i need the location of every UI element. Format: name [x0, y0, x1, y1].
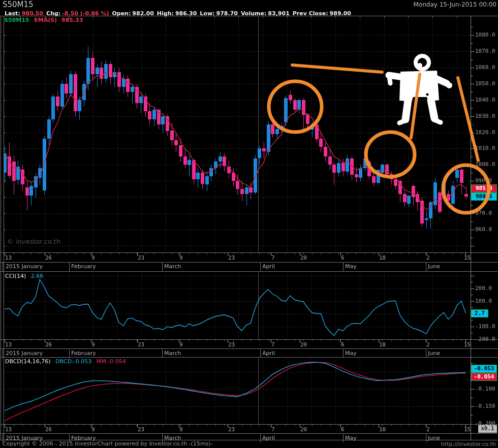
quote-stats-bar: Last:980.50Chg:-8.50 (-0.86 %)Open:982.0… [2, 8, 351, 15]
stat-label: Open: [112, 10, 131, 17]
stat-value: 986.30 [175, 10, 197, 17]
cci-label: CCI(14) [5, 273, 26, 279]
stat-value: 989.00 [330, 10, 351, 17]
watermark: © investor.co.th [7, 238, 60, 245]
stat-label: Low: [200, 10, 214, 17]
stat-value: 982.00 [132, 10, 153, 17]
dbcd-label: DBCD(14,16,76) [5, 358, 51, 365]
stat-value: 83,901 [268, 10, 289, 17]
stat-label: High: [157, 10, 174, 17]
legend-ema-label: EMA(5) [34, 17, 57, 23]
footer-copyright: Copyright © 2006 - 2015 investorChart po… [3, 440, 213, 447]
chart-canvas[interactable] [0, 0, 498, 448]
cci-value: 2.66 [31, 273, 44, 279]
dbcd-value: DBCD:-0.053 [55, 358, 91, 365]
header-datetime: Monday 15-Jun-2015 00:00 [414, 1, 496, 8]
dbcd-panel-title: DBCD(14,16,76) DBCD:-0.053 MM:-0.054 [5, 358, 126, 365]
stat-value: 980.50 [22, 10, 43, 17]
legend-symbol: S50M15 [4, 17, 29, 23]
dbcd-value-badge: -0.053 [471, 365, 497, 373]
scale-multiplier-badge: x0.1 [478, 425, 497, 433]
ema-price-badge: 985.3 [471, 184, 497, 193]
legend-ema-value: 985.33 [61, 17, 83, 23]
footer-url: http://investor.co.th [441, 441, 496, 447]
chart-legend: S50M15 EMA(5) 985.33 [4, 17, 83, 23]
stat-value: 978.70 [216, 10, 238, 17]
last-price-badge: 980.5 [471, 193, 497, 201]
trading-chart-app: { "header": { "symbol": "S50M15", "datet… [0, 0, 498, 448]
stat-label: Chg: [46, 10, 60, 17]
stat-value: -8.50 (-0.86 %) [62, 10, 109, 17]
stat-label: Last: [5, 10, 20, 17]
mm-value-badge: -0.054 [471, 373, 497, 381]
stat-label: Volume: [241, 10, 266, 17]
cci-panel-title: CCI(14) 2.66 [5, 273, 43, 279]
mm-value: MM:-0.054 [97, 358, 126, 365]
stat-label: Prev Close: [293, 10, 328, 17]
cci-value-badge: 2.7 [471, 309, 488, 317]
